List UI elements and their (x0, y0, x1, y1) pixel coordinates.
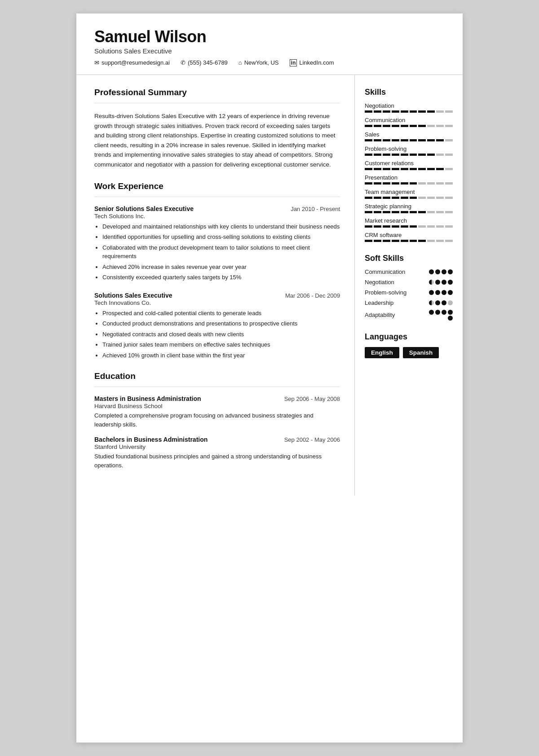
skill-segment (392, 139, 399, 141)
skill-segment (445, 139, 453, 141)
skill-segment (410, 154, 417, 156)
dot (448, 300, 453, 305)
edu-2-header: Bachelors in Business Administration Sep… (94, 436, 340, 443)
skill-segment (445, 125, 453, 127)
skill-bar (365, 182, 453, 185)
dot (429, 280, 434, 285)
location-icon: ⌂ (239, 59, 242, 66)
skill-segment (410, 125, 417, 127)
skill-segment (436, 197, 444, 199)
skill-name: Customer relations (365, 160, 453, 167)
dots-wrapper (429, 310, 453, 321)
skill-item: Customer relations (365, 160, 453, 170)
skill-item: Communication (365, 117, 453, 127)
skill-segment (418, 182, 426, 185)
languages-section: Languages EnglishSpanish (365, 332, 453, 358)
dot (442, 310, 446, 315)
skill-segment (383, 197, 390, 199)
list-item: Conducted product demonstrations and pre… (102, 319, 340, 328)
skill-segment (374, 110, 381, 113)
location-text: NewYork, US (244, 59, 279, 66)
skill-segment (374, 139, 381, 141)
contact-phone: ✆ (555) 345-6789 (181, 59, 228, 66)
skill-segment (410, 139, 417, 141)
dot (435, 300, 440, 305)
skill-segment (401, 139, 408, 141)
skill-segment (365, 168, 372, 170)
skill-segment (436, 182, 444, 185)
skill-segment (365, 110, 372, 113)
skill-segment (436, 240, 444, 242)
skill-segment (392, 110, 399, 113)
edu-1-header: Masters in Business Administration Sep 2… (94, 395, 340, 402)
skill-segment (427, 240, 435, 242)
dot (448, 269, 453, 274)
skill-segment (445, 168, 453, 170)
skill-segment (418, 154, 426, 156)
skill-segment (383, 182, 390, 185)
contact-location: ⌂ NewYork, US (239, 59, 279, 66)
skill-bar (365, 110, 453, 113)
job-2-company: Tech Innovations Co. (94, 299, 340, 306)
skill-bar (365, 240, 453, 242)
edu-2-desc: Studied foundational business principles… (94, 452, 340, 470)
list-item: Consistently exceeded quarterly sales ta… (102, 273, 340, 282)
skill-segment (392, 154, 399, 156)
skill-bar (365, 197, 453, 199)
skill-segment (392, 168, 399, 170)
contact-bar: ✉ support@resumedesign.ai ✆ (555) 345-67… (94, 59, 445, 66)
soft-skill-name: Problem-solving (365, 289, 406, 296)
soft-skill-name: Adaptability (365, 312, 395, 318)
skill-segment (427, 154, 435, 156)
skill-segment (365, 139, 372, 141)
skill-segment (436, 110, 444, 113)
email-text: support@resumedesign.ai (102, 59, 170, 66)
job-2-bullets: Prospected and cold-called potential cli… (94, 309, 340, 360)
skill-item: Market research (365, 217, 453, 228)
skill-segment (392, 197, 399, 199)
skill-segment (427, 110, 435, 113)
skill-bar (365, 211, 453, 213)
work-experience-section: Work Experience Senior Solutions Sales E… (94, 181, 340, 360)
skill-segment (418, 139, 426, 141)
candidate-title: Solutions Sales Executive (94, 47, 445, 55)
edu-divider (94, 387, 340, 387)
skill-segment (427, 139, 435, 141)
skill-segment (365, 182, 372, 185)
skill-segment (445, 211, 453, 213)
dots-wrapper (429, 290, 453, 295)
skill-segment (383, 154, 390, 156)
dot (429, 290, 434, 295)
summary-text: Results-driven Solutions Sales Executive… (94, 111, 340, 170)
skill-segment (401, 125, 408, 127)
skill-segment (374, 240, 381, 242)
dot (429, 300, 434, 305)
skill-segment (410, 197, 417, 199)
skill-segment (445, 240, 453, 242)
body-layout: Professional Summary Results-driven Solu… (76, 75, 463, 496)
skill-name: Negotiation (365, 102, 453, 109)
skill-segment (427, 125, 435, 127)
contact-linkedin: in LinkedIn.com (290, 59, 334, 66)
skill-segment (374, 211, 381, 213)
soft-skill-name: Communication (365, 268, 405, 275)
edu-entry-1: Masters in Business Administration Sep 2… (94, 395, 340, 429)
dot (435, 269, 440, 274)
skill-segment (401, 154, 408, 156)
edu-2-degree: Bachelors in Business Administration (94, 436, 208, 443)
resume-paper: Samuel Wilson Solutions Sales Executive … (76, 13, 463, 743)
dot (435, 310, 440, 315)
skill-segment (383, 168, 390, 170)
skill-segment (427, 182, 435, 185)
skill-segment (383, 240, 390, 242)
dot (435, 280, 440, 285)
soft-skill-name: Negotiation (365, 279, 394, 286)
dot (442, 290, 446, 295)
dots-row (448, 316, 453, 321)
email-icon: ✉ (94, 59, 99, 66)
list-item: Collaborated with the product developmen… (102, 243, 340, 261)
skill-segment (410, 110, 417, 113)
dot (448, 280, 453, 285)
skill-name: Strategic planning (365, 203, 453, 210)
skill-segment (418, 211, 426, 213)
